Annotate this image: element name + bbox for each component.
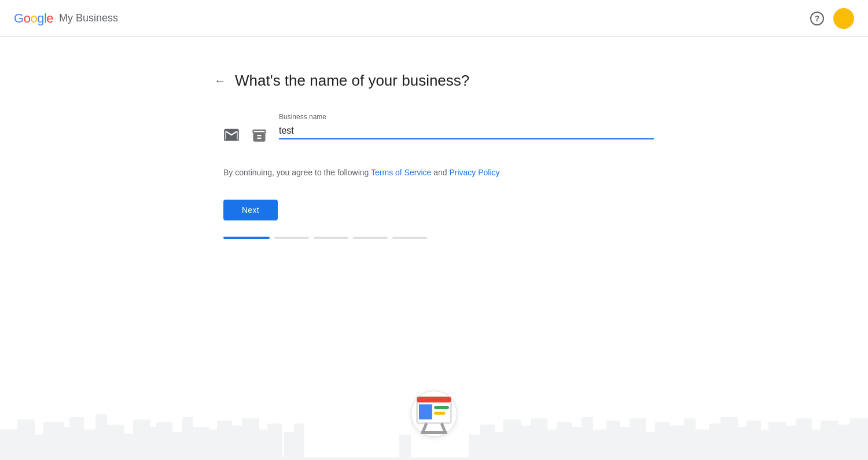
svg-rect-19 xyxy=(217,421,232,460)
svg-rect-60 xyxy=(417,397,451,403)
terms-of-service-link[interactable]: Terms of Service xyxy=(371,168,431,177)
next-button[interactable]: Next xyxy=(223,200,278,220)
svg-rect-17 xyxy=(191,427,209,460)
svg-rect-3 xyxy=(17,419,35,460)
svg-rect-51 xyxy=(768,422,786,460)
svg-rect-52 xyxy=(784,426,797,461)
svg-rect-33 xyxy=(546,430,558,461)
store-icon xyxy=(223,127,240,145)
svg-rect-57 xyxy=(849,418,868,460)
bottom-decoration xyxy=(0,344,868,460)
progress-steps xyxy=(214,237,654,239)
svg-rect-36 xyxy=(582,417,593,460)
privacy-policy-link[interactable]: Privacy Policy xyxy=(449,168,499,177)
svg-rect-44 xyxy=(684,418,696,460)
svg-rect-54 xyxy=(810,430,822,461)
svg-rect-16 xyxy=(182,417,193,460)
svg-rect-39 xyxy=(619,427,631,460)
svg-rect-7 xyxy=(69,417,84,460)
svg-rect-4 xyxy=(32,435,46,460)
svg-rect-5 xyxy=(43,422,64,460)
business-name-input[interactable] xyxy=(279,123,654,139)
logo-letter-e: e xyxy=(46,11,53,26)
svg-line-65 xyxy=(442,423,446,432)
svg-rect-53 xyxy=(796,418,812,460)
terms-prefix: By continuing, you agree to the followin… xyxy=(223,168,371,177)
svg-rect-26 xyxy=(399,435,411,460)
help-button[interactable]: ? xyxy=(810,12,824,25)
center-store-icon xyxy=(411,391,457,437)
svg-rect-47 xyxy=(720,417,738,460)
terms-section: By continuing, you agree to the followin… xyxy=(214,166,654,179)
svg-rect-55 xyxy=(821,421,838,460)
svg-rect-10 xyxy=(104,425,124,460)
svg-rect-29 xyxy=(493,432,505,460)
svg-rect-58 xyxy=(0,458,868,460)
svg-rect-46 xyxy=(709,424,722,460)
svg-rect-2 xyxy=(0,430,23,461)
svg-rect-42 xyxy=(655,422,670,460)
logo-letter-o1: o xyxy=(24,11,31,26)
page-title: What's the name of your business? xyxy=(235,72,469,90)
svg-rect-14 xyxy=(156,422,172,460)
svg-rect-49 xyxy=(746,421,761,460)
header: Google My Business ? xyxy=(0,0,868,37)
svg-rect-32 xyxy=(531,418,547,460)
svg-rect-18 xyxy=(208,430,220,461)
svg-rect-35 xyxy=(570,427,583,460)
svg-rect-38 xyxy=(606,421,620,460)
header-right: ? xyxy=(810,8,854,29)
step-5 xyxy=(392,237,427,239)
step-2 xyxy=(274,237,309,239)
city-skyline xyxy=(0,379,868,460)
svg-rect-15 xyxy=(171,432,183,460)
svg-rect-25 xyxy=(294,424,304,460)
svg-rect-22 xyxy=(258,430,269,461)
step-3 xyxy=(314,237,348,239)
svg-rect-20 xyxy=(230,426,243,461)
svg-line-64 xyxy=(423,423,427,432)
logo-letter-o2: o xyxy=(30,11,37,26)
svg-rect-12 xyxy=(133,419,150,460)
svg-rect-43 xyxy=(668,426,686,461)
svg-rect-56 xyxy=(836,425,851,460)
business-name-label: Business name xyxy=(279,113,654,121)
logo-letter-g2: g xyxy=(37,11,44,26)
svg-rect-41 xyxy=(645,432,656,460)
product-name: My Business xyxy=(59,12,118,24)
svg-rect-59 xyxy=(417,397,451,424)
svg-rect-28 xyxy=(480,425,495,460)
svg-rect-61 xyxy=(419,404,432,419)
svg-rect-48 xyxy=(736,427,748,460)
svg-rect-6 xyxy=(61,427,72,460)
user-avatar[interactable] xyxy=(833,8,854,29)
svg-rect-63 xyxy=(434,412,446,415)
svg-rect-11 xyxy=(122,434,136,461)
svg-rect-24 xyxy=(284,432,295,460)
store-front-icon xyxy=(251,127,267,145)
svg-rect-8 xyxy=(81,430,98,461)
help-icon-label: ? xyxy=(815,14,820,23)
logo-letter-g: G xyxy=(14,11,24,26)
page-title-row: ← What's the name of your business? xyxy=(214,72,654,90)
svg-rect-40 xyxy=(630,418,646,460)
business-name-group: Business name xyxy=(279,113,654,139)
svg-rect-45 xyxy=(694,430,711,461)
svg-rect-62 xyxy=(434,406,449,409)
terms-middle: and xyxy=(431,168,449,177)
svg-rect-50 xyxy=(759,430,770,461)
svg-rect-34 xyxy=(557,422,572,460)
svg-rect-37 xyxy=(591,430,609,461)
back-button[interactable]: ← xyxy=(214,74,226,87)
svg-rect-13 xyxy=(148,427,159,460)
step-4 xyxy=(353,237,388,239)
form-area: Business name xyxy=(214,113,654,145)
svg-rect-27 xyxy=(469,435,480,460)
svg-rect-9 xyxy=(95,414,107,460)
svg-rect-23 xyxy=(267,424,282,460)
svg-rect-21 xyxy=(242,418,259,460)
svg-rect-31 xyxy=(520,426,532,461)
header-left: Google My Business xyxy=(14,11,118,26)
svg-rect-30 xyxy=(503,419,521,460)
step-1 xyxy=(223,237,270,239)
